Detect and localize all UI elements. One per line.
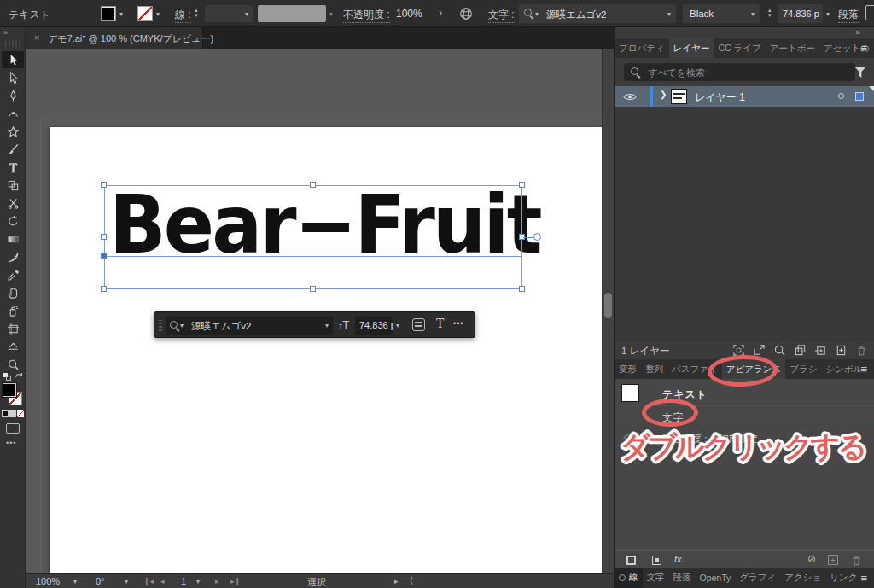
panel-menu-icon[interactable]: ≡ [860, 42, 867, 55]
draw-mode-icon[interactable] [6, 423, 20, 434]
tab-整列[interactable]: 整列 [641, 359, 667, 379]
tab-OpenTy[interactable]: OpenTy [696, 568, 736, 588]
locate-icon[interactable] [773, 344, 786, 360]
scissors-tool[interactable] [2, 195, 24, 212]
vertical-scrollbar[interactable] [602, 49, 614, 573]
tab-線[interactable]: 線 [615, 568, 643, 588]
knife-tool[interactable] [2, 248, 24, 265]
taskbar-more-icon[interactable]: ••• [453, 319, 463, 328]
fill-color-swatch[interactable] [101, 6, 116, 21]
fill-swatch[interactable] [3, 383, 16, 397]
paintbrush-tool[interactable] [2, 141, 24, 158]
taskbar-font-size-field[interactable]: 74.836 p [355, 317, 393, 335]
color-mode-icon[interactable] [2, 410, 9, 417]
handle-bottom-center[interactable] [310, 286, 316, 292]
hand-tool[interactable] [2, 284, 24, 301]
toolbar-more-icon[interactable]: ••• [6, 439, 16, 447]
panel-collapse-icon[interactable]: » [855, 27, 860, 37]
layer-row[interactable]: ❯ レイヤー 1 [615, 86, 874, 107]
scale-tool[interactable] [2, 177, 24, 194]
handle-bottom-left[interactable] [101, 286, 107, 292]
new-layer-icon[interactable] [835, 344, 848, 360]
next-page-icon[interactable]: ▸ [215, 577, 219, 585]
handle-bottom-right[interactable] [519, 286, 525, 292]
stroke-weight-stepper[interactable]: ▴▾ [195, 8, 198, 18]
text-out-port[interactable] [533, 233, 541, 241]
swap-colors-icon[interactable] [15, 372, 24, 381]
zoom-level[interactable]: 100% [36, 576, 60, 586]
tab-リンク[interactable]: リンク [825, 568, 861, 588]
stroke-box-icon[interactable] [626, 556, 636, 565]
handle-mid-left[interactable] [101, 234, 107, 240]
eyedropper-tool[interactable] [2, 266, 24, 283]
direct-selection-tool[interactable] [2, 69, 24, 86]
font-size-field[interactable]: 74.836 p [778, 4, 823, 23]
opacity-label[interactable]: 不透明度 : [343, 8, 390, 23]
status-expand-icon[interactable]: ▸ [394, 577, 399, 585]
tab-CC ライブ[interactable]: CC ライブ [714, 38, 765, 58]
paragraph-label[interactable]: 段落 [838, 8, 859, 23]
duplicate-item-icon[interactable]: + [828, 555, 838, 565]
star-tool[interactable] [2, 123, 24, 140]
opacity-value[interactable]: 100% [396, 8, 422, 20]
paragraph-panel-icon[interactable] [865, 5, 874, 20]
tab-段落[interactable]: 段落 [669, 568, 696, 588]
document-setup-icon[interactable] [459, 7, 473, 20]
character-panel-icon[interactable] [412, 318, 425, 331]
gradient-tool[interactable] [2, 230, 24, 247]
last-page-icon[interactable]: ▸❙ [230, 577, 241, 585]
font-style-select[interactable]: Black ▾ [683, 4, 760, 23]
type-tool[interactable] [2, 159, 24, 176]
close-tab-icon[interactable]: × [34, 32, 39, 43]
tab-グラフィ[interactable]: グラフィ [735, 568, 780, 588]
selection-tool[interactable] [2, 51, 24, 68]
clipping-mask-icon[interactable] [794, 344, 807, 360]
prev-page-icon[interactable]: ◂ [160, 577, 165, 585]
slice-tool[interactable] [2, 338, 24, 355]
scrollbar-thumb[interactable] [604, 293, 612, 318]
stroke-color-swatch[interactable] [137, 6, 153, 21]
none-mode-icon[interactable] [17, 410, 24, 417]
layer-expand-chevron[interactable]: ❯ [660, 90, 667, 99]
baseline-anchor[interactable] [101, 253, 107, 259]
tab-アートボー[interactable]: アートボー [766, 38, 819, 58]
handle-top-center[interactable] [310, 182, 316, 188]
font-family-select[interactable]: ▾ 源暎エムゴv2 ▾ [519, 4, 676, 23]
layer-thumbnail[interactable] [671, 89, 687, 104]
stroke-weight-label[interactable]: 線 : [175, 8, 191, 23]
more-chevron[interactable]: › [439, 6, 442, 19]
layers-search-input[interactable]: すべてを検索 [624, 63, 855, 81]
taskbar-font-select[interactable]: ▾ 源暎エムゴv2 ▾ [166, 317, 333, 335]
touch-type-icon[interactable]: T [436, 317, 444, 330]
width-profile-select[interactable] [258, 5, 326, 22]
delete-layer-icon[interactable] [855, 344, 868, 360]
fill-box-icon[interactable] [652, 556, 661, 565]
delete-icon[interactable] [850, 554, 863, 567]
taskbar-grip[interactable] [159, 320, 162, 331]
layer-selection-indicator[interactable] [855, 92, 864, 101]
panel-menu-icon-2[interactable]: ≡ [860, 363, 867, 376]
appearance-swatch[interactable] [621, 384, 639, 402]
tab-ブラシ[interactable]: ブラシ [785, 359, 821, 379]
first-page-icon[interactable]: ❙◂ [143, 577, 154, 585]
default-colors-icon[interactable] [3, 372, 12, 381]
tab-変形[interactable]: 変形 [615, 359, 641, 379]
handle-top-right[interactable] [519, 182, 525, 188]
toolbar-collapse-icon[interactable]: » [3, 28, 8, 37]
tab-アクショ[interactable]: アクショ [780, 568, 825, 588]
artboard-tool[interactable] [2, 320, 24, 337]
clear-appearance-icon[interactable]: ⊘ [807, 553, 816, 565]
handle-top-left[interactable] [101, 182, 107, 188]
layer-name[interactable]: レイヤー 1 [695, 90, 745, 105]
tab-文字[interactable]: 文字 [643, 568, 669, 588]
new-sublayer-icon[interactable] [814, 344, 827, 360]
panel-menu-icon-3[interactable]: ≡ [860, 572, 867, 585]
fx-icon[interactable]: fx. [674, 554, 685, 564]
pen-tool[interactable] [2, 87, 24, 104]
tab-プロパティ[interactable]: プロパティ [615, 38, 669, 58]
rotation-value[interactable]: 0° [96, 576, 105, 586]
curvature-tool[interactable] [2, 105, 24, 122]
status-angle-icon[interactable]: ⟨ [410, 576, 413, 585]
symbol-sprayer-tool[interactable] [2, 302, 24, 319]
stroke-weight-select[interactable]: ▾ [205, 5, 253, 22]
